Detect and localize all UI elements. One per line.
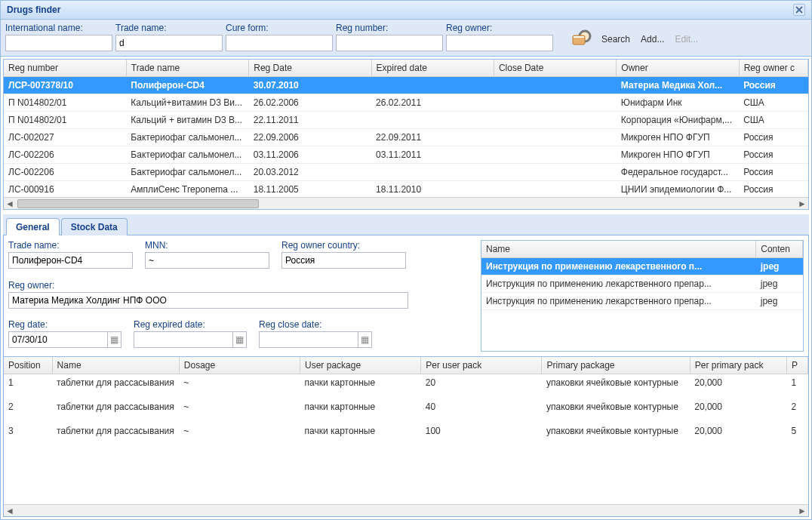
table-row[interactable]: П N014802/01Кальций+витамин D3 Ви...26.0… (4, 94, 808, 112)
table-row[interactable]: Инструкция по применению лекарственного … (481, 275, 803, 293)
scroll-right-icon[interactable]: ► (796, 506, 808, 516)
table-row[interactable]: ЛС-000916АмплиСенс Treponema ...18.11.20… (4, 181, 808, 198)
results-grid: Reg number Trade name Reg Date Expired d… (3, 59, 809, 210)
search-bar: International name: Trade name: Cure for… (1, 20, 811, 57)
pos-col-name[interactable]: Name (52, 357, 179, 374)
table-row[interactable]: Инструкция по применению лекарственного … (481, 258, 803, 275)
search-button[interactable]: Search (598, 34, 633, 45)
pos-col-position[interactable]: Position (4, 357, 52, 374)
pos-col-dosage[interactable]: Dosage (179, 357, 300, 374)
trade-name-input[interactable] (115, 35, 223, 51)
detail-form: Trade name: MNN: Reg owner country: Reg … (8, 240, 476, 352)
grid-header-row: Reg number Trade name Reg Date Expired d… (4, 60, 808, 77)
titlebar: Drugs finder (1, 1, 811, 20)
table-row[interactable]: ЛСР-007378/10Полиферон-CD430.07.2010Мате… (4, 77, 808, 94)
col-owner[interactable]: Owner (617, 60, 739, 77)
table-row[interactable]: П N014802/01Кальций + витамин D3 В...22.… (4, 112, 808, 129)
detail-trade-label: Trade name: (8, 240, 133, 251)
detail-regclose-label: Reg close date: (259, 319, 372, 330)
cure-form-input[interactable] (226, 35, 333, 51)
detail-regdate-label: Reg date: (8, 319, 121, 330)
positions-horizontal-scrollbar[interactable]: ◄ ► (4, 504, 808, 516)
detail-regowner-input[interactable] (8, 292, 408, 309)
pos-col-per-primary-pack[interactable]: Per primary pack (690, 357, 786, 374)
general-panel: Trade name: MNN: Reg owner country: Reg … (3, 235, 809, 517)
calendar-icon[interactable]: ▦ (358, 332, 371, 347)
tab-general[interactable]: General (6, 218, 60, 235)
col-reg-date[interactable]: Reg Date (249, 60, 371, 77)
positions-grid: Position Name Dosage User package Per us… (4, 356, 808, 504)
table-row[interactable]: ЛС-002206Бактериофаг сальмонел...20.03.2… (4, 164, 808, 181)
col-expired-date[interactable]: Expired date (371, 60, 494, 77)
reg-number-input[interactable] (336, 35, 443, 51)
trade-name-label: Trade name: (115, 23, 223, 33)
files-grid: Name Conten Инструкция по применению лек… (481, 240, 804, 352)
table-row[interactable]: Инструкция по применению лекарственного … (481, 293, 803, 310)
detail-trade-input[interactable] (8, 252, 133, 269)
calendar-icon[interactable]: ▦ (107, 332, 121, 347)
edit-button: Edit... (672, 34, 701, 45)
close-icon[interactable] (793, 4, 805, 16)
intl-name-label: International name: (5, 23, 112, 33)
scroll-left-icon[interactable]: ◄ (4, 506, 16, 516)
detail-regclose-input[interactable] (259, 331, 372, 348)
reg-number-label: Reg number: (336, 23, 443, 33)
detail-regownerc-input[interactable] (281, 252, 406, 269)
cure-form-label: Cure form: (226, 23, 333, 33)
detail-regownerc-label: Reg owner country: (281, 240, 406, 251)
table-row[interactable]: 1таблетки для рассасывания~пачки картонн… (4, 374, 808, 392)
files-col-name[interactable]: Name (481, 241, 756, 258)
reg-owner-label: Reg owner: (446, 23, 553, 33)
table-row[interactable]: 3таблетки для рассасывания~пачки картонн… (4, 423, 808, 439)
table-row[interactable]: ЛС-002027Бактериофаг сальмонел...22.09.2… (4, 129, 808, 146)
detail-regowner-label: Reg owner: (8, 280, 476, 291)
scroll-right-icon[interactable]: ► (796, 198, 808, 209)
col-close-date[interactable]: Close Date (494, 60, 616, 77)
pos-col-user-package[interactable]: User package (300, 357, 421, 374)
detail-regexp-label: Reg expired date: (134, 319, 247, 330)
add-button[interactable]: Add... (638, 34, 667, 45)
detail-mnn-input[interactable] (145, 252, 269, 269)
pos-col-per-user-pack[interactable]: Per user pack (421, 357, 542, 374)
files-col-content[interactable]: Conten (756, 241, 803, 258)
tab-stock-data[interactable]: Stock Data (61, 218, 128, 235)
table-row[interactable]: 2таблетки для рассасывания~пачки картонн… (4, 398, 808, 415)
window: Drugs finder International name: Trade n… (0, 0, 812, 520)
grid-horizontal-scrollbar[interactable]: ◄ ► (4, 197, 808, 209)
pos-col-p[interactable]: P (786, 357, 807, 374)
col-reg-number[interactable]: Reg number (4, 60, 126, 77)
magnifier-icon (570, 27, 594, 51)
scroll-left-icon[interactable]: ◄ (4, 198, 16, 209)
window-title: Drugs finder (7, 5, 60, 15)
table-row[interactable]: ЛС-002206Бактериофаг сальмонел...03.11.2… (4, 146, 808, 164)
detail-regdate-input[interactable] (8, 331, 121, 348)
reg-owner-input[interactable] (446, 35, 553, 51)
svg-rect-3 (574, 36, 584, 38)
detail-tabs: General Stock Data (3, 214, 809, 235)
scroll-thumb[interactable] (17, 199, 259, 208)
detail-regexp-input[interactable] (134, 331, 247, 348)
col-reg-owner-country[interactable]: Reg owner c (739, 60, 807, 77)
col-trade-name[interactable]: Trade name (126, 60, 248, 77)
intl-name-input[interactable] (5, 35, 112, 51)
calendar-icon[interactable]: ▦ (232, 332, 246, 347)
pos-col-primary-package[interactable]: Primary package (542, 357, 690, 374)
detail-mnn-label: MNN: (145, 240, 269, 251)
